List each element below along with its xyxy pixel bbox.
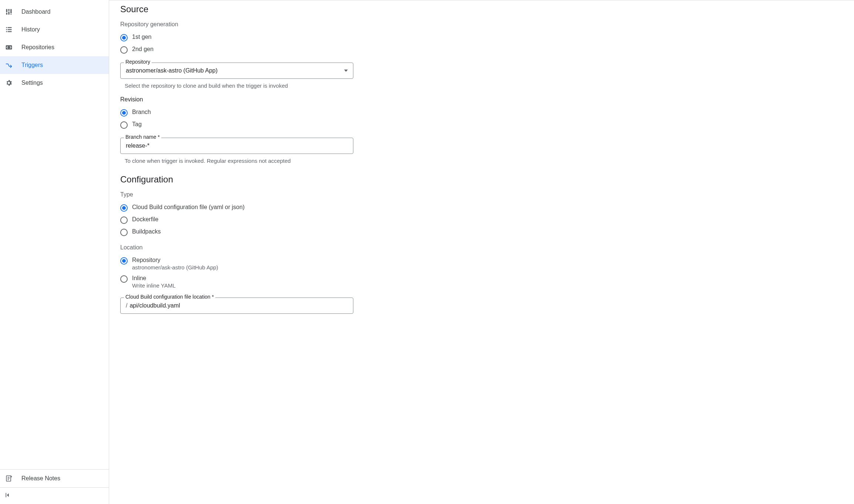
sidebar-item-label: Repositories [21,44,54,51]
radio-cloudbuild-file[interactable]: Cloud Build configuration file (yaml or … [120,202,843,214]
svg-rect-0 [6,9,7,12]
sidebar-item-release-notes[interactable]: Release Notes [0,470,109,487]
radio-label: Branch [132,109,151,115]
svg-rect-11 [8,31,12,32]
radio-icon [120,229,128,236]
radio-sublabel: Write inline YAML [132,282,176,289]
radio-icon [120,121,128,129]
sidebar-item-label: Release Notes [21,475,60,482]
config-file-location-input[interactable] [130,302,348,309]
repo-gen-label: Repository generation [120,21,843,28]
svg-rect-2 [10,9,11,14]
sidebar-item-dashboard[interactable]: Dashboard [0,3,109,21]
sidebar-item-label: History [21,26,40,33]
svg-rect-9 [8,29,12,30]
svg-rect-14 [6,493,6,497]
type-label: Type [120,191,843,198]
svg-rect-1 [8,9,9,11]
location-label: Location [120,244,843,251]
code-icon [4,43,13,52]
svg-rect-8 [6,29,7,30]
radio-label: Buildpacks [132,228,161,235]
configuration-heading: Configuration [120,174,843,185]
radio-icon [120,275,128,283]
radio-label: Inline [132,275,176,282]
notes-icon [4,474,13,483]
chevron-down-icon [344,70,348,72]
radio-sublabel: astronomer/ask-astro (GitHub App) [132,264,218,271]
repository-value: astronomer/ask-astro (GitHub App) [126,67,218,74]
repository-helper: Select the repository to clone and build… [125,83,358,89]
radio-label: Repository [132,257,218,263]
sidebar: Dashboard History Repositories Triggers … [0,0,109,504]
radio-location-inline[interactable]: Inline Write inline YAML [120,273,843,291]
sidebar-item-label: Settings [21,80,43,86]
source-heading: Source [120,4,843,14]
field-label: Cloud Build configuration file location … [124,294,215,300]
field-label: Repository [124,59,152,65]
sidebar-item-settings[interactable]: Settings [0,74,109,92]
radio-branch[interactable]: Branch [120,107,843,119]
radio-icon [120,46,128,54]
radio-icon [120,257,128,265]
dashboard-icon [4,7,13,16]
radio-location-repository[interactable]: Repository astronomer/ask-astro (GitHub … [120,255,843,273]
sidebar-item-history[interactable]: History [0,21,109,38]
branch-name-field[interactable]: Branch name * [120,138,353,154]
path-prefix: / [126,302,127,309]
radio-icon [120,109,128,117]
radio-buildpacks[interactable]: Buildpacks [120,226,843,238]
svg-rect-7 [8,27,12,28]
gear-icon [4,78,13,87]
svg-rect-10 [6,31,7,32]
list-icon [4,25,13,34]
radio-dockerfile[interactable]: Dockerfile [120,214,843,226]
svg-rect-4 [8,11,9,14]
svg-rect-5 [10,14,11,15]
triggers-icon [4,61,13,70]
radio-label: 2nd gen [132,46,154,53]
main-content: Source Repository generation 1st gen 2nd… [109,0,854,504]
sidebar-item-label: Dashboard [21,9,50,15]
radio-icon [120,34,128,41]
radio-icon [120,216,128,224]
sidebar-item-repositories[interactable]: Repositories [0,38,109,56]
collapse-icon[interactable] [4,491,13,500]
branch-name-input[interactable] [126,142,348,149]
sidebar-item-label: Triggers [21,62,43,68]
radio-label: Tag [132,121,142,128]
svg-rect-6 [6,27,7,28]
repository-select[interactable]: Repository astronomer/ask-astro (GitHub … [120,63,353,79]
field-label: Branch name * [124,134,161,140]
revision-heading: Revision [120,96,843,103]
radio-label: Cloud Build configuration file (yaml or … [132,204,245,211]
radio-2nd-gen[interactable]: 2nd gen [120,44,843,56]
branch-helper: To clone when trigger is invoked. Regula… [125,158,358,164]
config-file-location-field[interactable]: Cloud Build configuration file location … [120,298,353,314]
radio-label: Dockerfile [132,216,158,223]
radio-tag[interactable]: Tag [120,119,843,131]
radio-label: 1st gen [132,34,151,40]
svg-rect-3 [6,13,7,15]
radio-1st-gen[interactable]: 1st gen [120,31,843,44]
sidebar-item-triggers[interactable]: Triggers [0,56,109,74]
radio-icon [120,204,128,212]
